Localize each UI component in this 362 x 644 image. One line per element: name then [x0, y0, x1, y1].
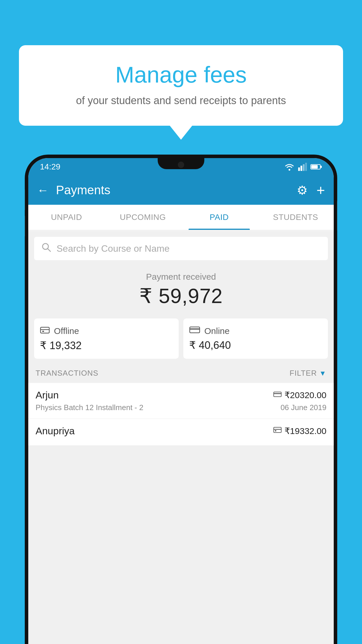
- filter-label: FILTER: [290, 369, 317, 378]
- online-card-header: Online: [189, 326, 322, 336]
- transaction-course: Physics Batch 12 Installment - 2: [36, 403, 143, 412]
- payment-received-section: Payment received ₹ 59,972: [28, 263, 334, 314]
- page-title: Payments: [56, 183, 297, 197]
- tabs-bar: UNPAID UPCOMING PAID STUDENTS: [28, 205, 334, 230]
- filter-button[interactable]: FILTER ▼: [290, 369, 326, 378]
- volume-up-button: [25, 190, 25, 210]
- transaction-amount-wrap: ₹20320.00: [273, 390, 326, 400]
- app-bar: ← Payments ⚙ +: [28, 176, 334, 205]
- online-payment-icon: [273, 391, 282, 400]
- transactions-header: TRANSACTIONS FILTER ▼: [28, 363, 334, 383]
- payment-label: Payment received: [34, 272, 328, 282]
- power-button: [337, 201, 337, 230]
- payment-cards-row: Offline ₹ 19,332 Online: [28, 314, 334, 363]
- tab-paid[interactable]: PAID: [181, 205, 257, 230]
- svg-rect-17: [274, 427, 281, 433]
- tab-unpaid[interactable]: UNPAID: [28, 205, 105, 230]
- transaction-amount-2: ₹19332.00: [284, 426, 326, 436]
- offline-icon: [40, 326, 50, 337]
- transaction-top-row: Arjun ₹20320.00: [36, 389, 326, 401]
- online-amount: ₹ 40,640: [189, 339, 322, 351]
- search-icon: [41, 242, 51, 255]
- filter-icon: ▼: [319, 369, 326, 377]
- transaction-amount-wrap-2: ₹19332.00: [273, 426, 326, 436]
- offline-card-header: Offline: [40, 326, 173, 337]
- svg-rect-3: [303, 164, 305, 171]
- offline-label: Offline: [54, 326, 79, 336]
- svg-rect-13: [190, 327, 200, 333]
- transaction-date: 06 June 2019: [280, 403, 326, 412]
- svg-rect-10: [41, 327, 49, 333]
- transaction-bottom-row: Physics Batch 12 Installment - 2 06 June…: [36, 403, 326, 412]
- svg-rect-4: [305, 163, 307, 171]
- bubble-subtitle: of your students and send receipts to pa…: [38, 94, 324, 107]
- app-bar-actions: ⚙ +: [297, 182, 325, 199]
- search-bar[interactable]: Search by Course or Name: [34, 237, 328, 260]
- payment-amount: ₹ 59,972: [34, 284, 328, 308]
- settings-icon[interactable]: ⚙: [297, 183, 308, 197]
- phone-frame: 14:29: [25, 155, 337, 644]
- online-icon: [189, 326, 200, 336]
- phone-screen: 14:29: [28, 158, 334, 644]
- signal-icon: [298, 163, 307, 171]
- wifi-icon: [284, 163, 295, 171]
- transaction-amount: ₹20320.00: [284, 390, 326, 400]
- svg-rect-1: [298, 167, 300, 171]
- bubble-title: Manage fees: [38, 61, 324, 89]
- speech-bubble-container: Manage fees of your students and send re…: [19, 45, 343, 126]
- transaction-item-anupriya[interactable]: Anupriya ₹19332.00: [28, 419, 334, 446]
- status-time: 14:29: [40, 162, 60, 172]
- tab-upcoming[interactable]: UPCOMING: [105, 205, 181, 230]
- svg-rect-15: [274, 392, 281, 397]
- online-card: Online ₹ 40,640: [183, 318, 328, 359]
- search-placeholder: Search by Course or Name: [57, 243, 170, 254]
- offline-payment-icon: [273, 426, 282, 436]
- transactions-label: TRANSACTIONS: [36, 369, 99, 378]
- speech-bubble: Manage fees of your students and send re…: [19, 45, 343, 126]
- status-icons: [284, 163, 322, 171]
- tab-students[interactable]: STUDENTS: [257, 205, 334, 230]
- content-area: Search by Course or Name Payment receive…: [28, 231, 334, 644]
- transaction-top-row-2: Anupriya ₹19332.00: [36, 425, 326, 437]
- svg-rect-6: [311, 165, 318, 169]
- add-icon[interactable]: +: [317, 182, 325, 199]
- transaction-name-2: Anupriya: [36, 425, 75, 437]
- battery-icon: [310, 164, 322, 170]
- svg-rect-7: [321, 166, 322, 168]
- transaction-item-arjun[interactable]: Arjun ₹20320.00 Physics Batch 12 Install…: [28, 383, 334, 419]
- online-label: Online: [204, 326, 230, 336]
- transaction-name: Arjun: [36, 389, 59, 401]
- svg-rect-19: [275, 430, 276, 431]
- offline-amount: ₹ 19,332: [40, 340, 173, 352]
- volume-down-button: [25, 216, 25, 236]
- svg-point-0: [289, 169, 290, 171]
- offline-card: Offline ₹ 19,332: [34, 318, 179, 359]
- svg-rect-12: [42, 331, 44, 332]
- phone-notch: [158, 158, 204, 169]
- svg-line-9: [48, 249, 50, 251]
- camera: [178, 162, 184, 168]
- back-button[interactable]: ←: [37, 184, 49, 197]
- svg-rect-2: [301, 166, 302, 171]
